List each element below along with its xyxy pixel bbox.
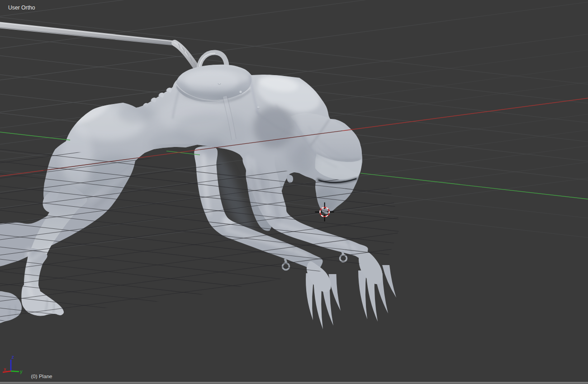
svg-text:x: x xyxy=(4,366,6,372)
svg-text:z: z xyxy=(12,354,14,360)
svg-text:(0) Plane: (0) Plane xyxy=(31,373,52,379)
svg-text:y: y xyxy=(20,369,23,374)
svg-text:User Ortho: User Ortho xyxy=(8,5,35,11)
